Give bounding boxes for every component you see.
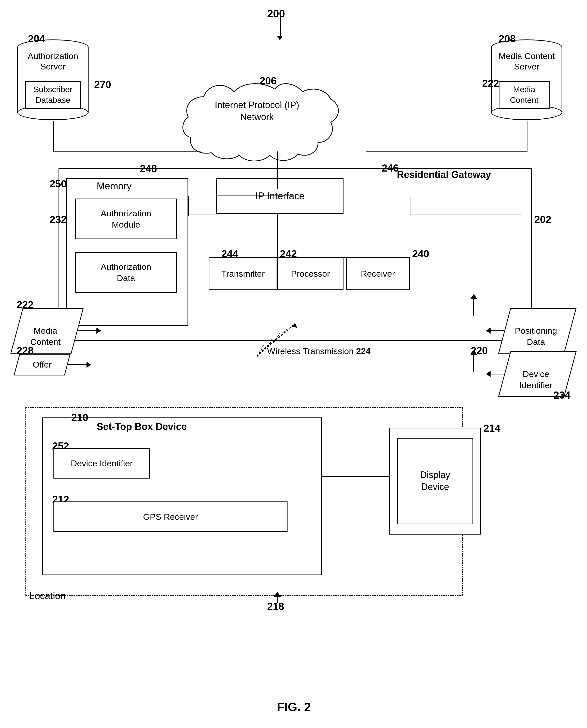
diagram: 200 Authorization Server 204 Subscriber … [0, 0, 587, 728]
line-media-to-network [527, 121, 527, 152]
ref234-label: 234 [554, 389, 570, 401]
display-device-inner: Display Device [397, 438, 473, 524]
ref246-label: 246 [382, 162, 399, 174]
ref222-top-label: 222 [482, 77, 499, 89]
ref228-label: 228 [17, 345, 33, 356]
ip-interface-box: IP Interface [216, 178, 344, 214]
auth-data-box: Authorization Data [75, 252, 177, 293]
line-auth-to-network [53, 121, 54, 152]
residential-gateway-label: Residential Gateway [397, 169, 491, 180]
auth-module-box: Authorization Module [75, 199, 177, 239]
svg-marker-0 [291, 323, 297, 328]
line-to-ip-iface [277, 179, 278, 189]
offer-para: Offer [17, 354, 91, 376]
positioning-data-para: Positioning Data [486, 308, 570, 354]
auth-server-label: Authorization Server [20, 51, 86, 72]
line-left-horizontal [53, 152, 201, 152]
subscriber-db-box: Subscriber Database [25, 81, 81, 109]
ref202-label: 202 [534, 214, 551, 225]
memory-label: Memory [97, 181, 132, 192]
location-label: Location [29, 591, 66, 601]
ref218-label: 218 [267, 601, 284, 612]
line-stb-to-display [322, 476, 389, 477]
media-content-box: Media Content [499, 81, 549, 109]
ref244-label: 244 [221, 248, 238, 259]
arrowhead-pos-up [470, 294, 477, 299]
line-ip-left [188, 214, 217, 215]
ref250-label: 250 [50, 178, 67, 190]
line-ip-down [277, 214, 278, 258]
ref200-label: 200 [267, 8, 285, 20]
arrowhead-200 [277, 36, 283, 40]
ref232-label: 232 [50, 214, 67, 225]
line-ip-horiz-top [216, 195, 292, 196]
wireless-transmission-label: Wireless Transmission 224 [267, 346, 371, 356]
ref242-label: 242 [280, 248, 297, 259]
ref240-label: 240 [412, 248, 429, 259]
line-right-horizontal [367, 152, 527, 152]
ref222-bottom-label: 222 [17, 299, 33, 311]
ref206-label: 206 [260, 75, 277, 87]
ref208-label: 208 [499, 33, 516, 45]
line-right-ext-vert [410, 196, 410, 216]
receiver-box: Receiver [346, 257, 410, 290]
media-server-label: Media Content Server [494, 51, 560, 72]
set-top-box-outer [42, 417, 322, 575]
ref248-label: 248 [140, 163, 157, 174]
transmitter-box: Transmitter [209, 257, 277, 290]
ref214-label: 214 [484, 423, 500, 434]
set-top-box-label: Set-Top Box Device [97, 421, 187, 432]
ref270-label: 270 [94, 79, 111, 90]
ip-network-label: Internet Protocol (IP) Network [198, 99, 315, 123]
line-right-ext [410, 214, 522, 215]
device-identifier-box: Device Identifier [53, 448, 150, 479]
ref210-label: 210 [71, 412, 88, 423]
fig-label: FIG. 2 [237, 700, 351, 714]
line-horiz-components [209, 257, 410, 258]
arrowhead-devid-up [470, 350, 477, 355]
ref204-label: 204 [28, 33, 45, 45]
processor-box: Processor [277, 257, 344, 290]
gps-receiver-box: GPS Receiver [53, 501, 287, 532]
line-cloud-to-gateway [277, 165, 278, 179]
arrowhead-218 [274, 592, 281, 597]
line-ip-left-vert [188, 196, 189, 216]
